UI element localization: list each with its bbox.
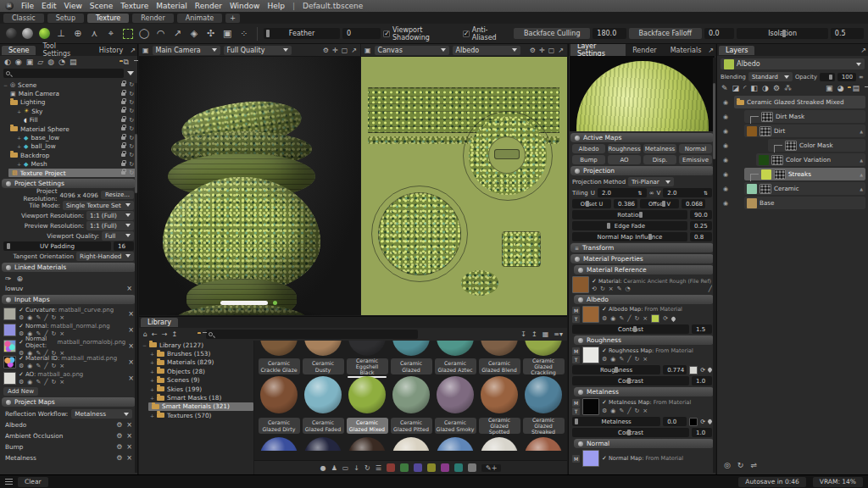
- material-card[interactable]: [433, 341, 477, 358]
- material-card[interactable]: [477, 341, 521, 358]
- gear-icon[interactable]: ⚙: [530, 47, 536, 54]
- layer-thumbnail[interactable]: [760, 184, 771, 194]
- gear-icon[interactable]: ⚙: [116, 454, 122, 462]
- roughness-contrast-value[interactable]: 1.0: [692, 376, 712, 385]
- marquee-select-icon[interactable]: [120, 26, 135, 41]
- cycle-icon[interactable]: ⟳: [663, 315, 668, 322]
- menu-help[interactable]: Help: [267, 2, 285, 10]
- channel-dropdown[interactable]: Albedo: [453, 46, 520, 55]
- clear-icon[interactable]: ×: [59, 379, 64, 385]
- gear-icon[interactable]: ⚙: [116, 443, 122, 451]
- gear-icon[interactable]: ⚙: [116, 432, 122, 440]
- paint-tool-icon[interactable]: ◈: [187, 26, 202, 41]
- input-map-normal-object[interactable]: ✓Normal Object:matball_normalobj.png ⚙◉✎…: [0, 338, 137, 354]
- cycle-icon[interactable]: ⟳: [700, 419, 705, 425]
- scatter-tool-icon[interactable]: ⁘: [237, 26, 252, 41]
- fill-tool-icon[interactable]: ◧: [751, 84, 759, 92]
- tab-render[interactable]: Render: [626, 46, 663, 55]
- color-tag-olive[interactable]: [427, 463, 436, 472]
- gear-icon[interactable]: ⚙: [19, 379, 24, 385]
- sphere-green-tool-icon[interactable]: [37, 26, 52, 41]
- viewport-3d-canvas[interactable]: [139, 57, 360, 315]
- add-brush-icon[interactable]: ✎+: [481, 464, 501, 472]
- map-button-disp[interactable]: Disp.: [643, 155, 676, 164]
- backface-culling-value[interactable]: 180.0: [593, 28, 626, 39]
- move-viewport-icon[interactable]: ✛: [539, 47, 545, 54]
- material-label[interactable]: Ceramic Glazed Crackling: [521, 358, 565, 376]
- input-maps-header[interactable]: Input Maps: [2, 295, 136, 304]
- duplicate-icon[interactable]: ⧉: [124, 58, 129, 67]
- albedo-contrast-slider[interactable]: Contrast: [572, 324, 689, 334]
- material-label[interactable]: Ceramic Glazed Aztec: [433, 358, 477, 376]
- picker-icon[interactable]: ◉: [610, 356, 615, 363]
- material-label[interactable]: Ceramic Glazed Dirty: [257, 417, 301, 435]
- edit-icon[interactable]: ╱: [627, 408, 631, 414]
- tab-history[interactable]: History: [92, 46, 130, 55]
- projection-method-dropdown[interactable]: Tri-Planar: [628, 177, 674, 186]
- pin-icon[interactable]: ▲: [860, 129, 863, 134]
- material-label[interactable]: Ceramic Glazed Smoky: [433, 417, 477, 435]
- forward-icon[interactable]: →: [162, 330, 168, 338]
- tree-row-main-camera[interactable]: ▣Main Camera↻: [0, 89, 137, 97]
- tree-row-lighting[interactable]: Lighting↻: [0, 98, 137, 107]
- input-map-curvature[interactable]: ✓Curvature:matball_curve.png ⚙◉✎╱↻× ×: [0, 306, 137, 322]
- roughness-value[interactable]: 0.774: [663, 365, 687, 374]
- library-search-field[interactable]: [206, 330, 418, 339]
- add-new-button[interactable]: Add New: [3, 387, 38, 396]
- layer-row-group[interactable]: ◉Ceramic Glazed Streaked Mixed: [720, 95, 865, 109]
- folder-brushes[interactable]: +Brushes (153): [139, 349, 253, 358]
- gear-icon[interactable]: ⚙: [773, 84, 780, 92]
- rotate-gizmo-icon[interactable]: ⊕: [70, 26, 85, 41]
- export-icon[interactable]: ↥: [531, 330, 537, 338]
- add-light-icon[interactable]: ◉: [15, 58, 22, 66]
- map-button-normal[interactable]: Normal: [679, 144, 712, 153]
- gear-icon[interactable]: ⚙: [323, 47, 329, 54]
- edit-icon[interactable]: ✎: [617, 286, 622, 292]
- menu-scene[interactable]: Scene: [90, 2, 113, 10]
- roughness-map-thumbnail[interactable]: [582, 347, 599, 363]
- material-card[interactable]: [477, 437, 521, 451]
- clear-icon[interactable]: ×: [643, 315, 648, 322]
- add-mask-icon[interactable]: ▣: [826, 84, 833, 92]
- scene-search-field[interactable]: [3, 69, 124, 78]
- scene-search-input[interactable]: [13, 70, 121, 77]
- offset-u-value[interactable]: 0.386: [614, 199, 637, 208]
- tab-setup[interactable]: Setup: [47, 14, 84, 23]
- map-button-bump[interactable]: Bump: [572, 155, 605, 164]
- tree-row-scene[interactable]: −◎Scene↻: [0, 80, 137, 89]
- tile-mode-dropdown[interactable]: Single Texture Set: [63, 201, 134, 210]
- preview-resolution-dropdown[interactable]: 1:1 (Full): [86, 221, 134, 230]
- blending-dropdown[interactable]: Standard: [748, 72, 793, 81]
- folder-library[interactable]: −Library (2127): [139, 341, 253, 349]
- picker-icon[interactable]: ◉: [27, 379, 32, 385]
- clear-icon[interactable]: ×: [59, 314, 64, 321]
- roughness-slider[interactable]: Roughness: [572, 365, 660, 374]
- material-label[interactable]: Ceramic Eggshell Black: [345, 358, 389, 376]
- folder-smart-materials[interactable]: Smart Materials (321): [148, 402, 253, 411]
- quality-dropdown[interactable]: Full Quality: [224, 46, 292, 55]
- scrollbar[interactable]: [135, 83, 137, 473]
- rotation-value[interactable]: 90.0: [690, 210, 712, 219]
- material-reference-thumbnail[interactable]: [572, 276, 589, 293]
- maximize-icon[interactable]: ▢: [342, 47, 348, 54]
- offset-v-slider[interactable]: Offset V: [640, 199, 679, 208]
- reload-icon[interactable]: ↻: [51, 379, 56, 385]
- reload-icon[interactable]: ↻: [51, 314, 56, 321]
- sort-options-icon[interactable]: ≡▾: [554, 330, 563, 338]
- material-label[interactable]: Ceramic Glazed Pitted: [389, 417, 433, 435]
- droplet-icon[interactable]: [707, 367, 713, 373]
- clear-icon[interactable]: ×: [643, 356, 648, 363]
- backface-falloff-value[interactable]: 0.0: [704, 28, 734, 39]
- paint-icon[interactable]: ✎: [619, 408, 624, 414]
- tab-texture[interactable]: Texture: [87, 14, 129, 23]
- settings-sliders-icon[interactable]: ⇌: [750, 461, 757, 469]
- hand-tool-icon[interactable]: ✣: [203, 26, 218, 41]
- layer-row-dirt[interactable]: ◉Dirt▲: [720, 124, 865, 138]
- opacity-slider[interactable]: [820, 73, 835, 81]
- link-material-icon[interactable]: ✑: [5, 274, 12, 283]
- material-card[interactable]: [389, 437, 433, 451]
- picker-icon[interactable]: ◉: [610, 408, 615, 414]
- camera-dropdown[interactable]: Main Camera: [153, 46, 220, 55]
- tab-scene[interactable]: Scene: [2, 46, 36, 55]
- map-button-ao[interactable]: AO: [608, 155, 641, 164]
